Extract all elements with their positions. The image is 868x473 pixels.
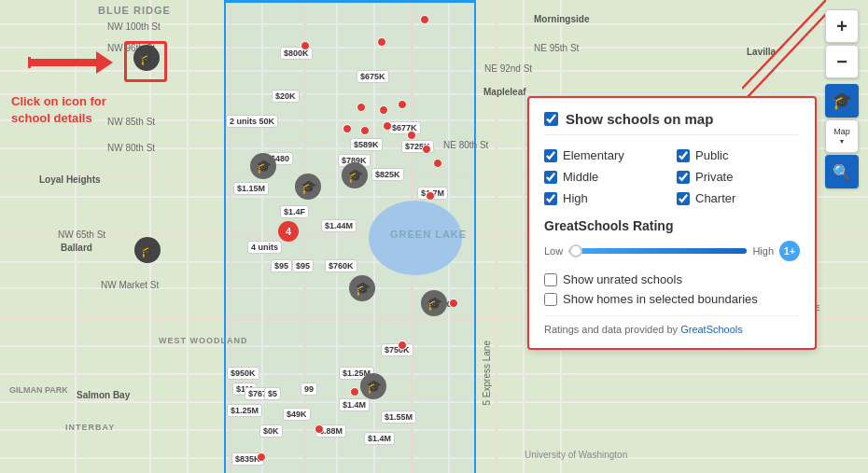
price-pin: $5	[264, 387, 281, 400]
school-marker[interactable]: 🎓	[342, 162, 368, 188]
unrated-checkbox[interactable]	[544, 273, 557, 286]
school-marker[interactable]: 🎓	[133, 45, 160, 71]
checkbox-elementary: Elementary	[544, 148, 667, 162]
schools-filter-panel: Show schools on map Elementary Public Mi…	[527, 96, 817, 350]
school-marker[interactable]: 🎓	[134, 237, 161, 263]
listing-dot[interactable]	[383, 121, 392, 131]
checkbox-private: Private	[677, 170, 800, 184]
middle-checkbox[interactable]	[544, 171, 557, 184]
rating-title: GreatSchools Rating	[544, 218, 800, 233]
arrow-annotation	[28, 51, 113, 74]
search-button[interactable]: 🔍	[825, 155, 859, 188]
listing-dot[interactable]	[407, 131, 416, 140]
cluster-marker[interactable]: 4	[278, 221, 299, 242]
rating-section: GreatSchools Rating Low High 1+	[544, 218, 800, 261]
zoom-controls: + −	[825, 9, 859, 78]
boundaries-checkbox[interactable]	[544, 293, 557, 306]
price-pin: $1.4F	[280, 205, 309, 218]
checkbox-high: High	[544, 191, 667, 205]
zoom-in-button[interactable]: +	[825, 9, 859, 43]
price-pin: 2 units 50K	[226, 115, 278, 128]
school-marker[interactable]: 🎓	[250, 153, 276, 179]
price-pin: $1.4M	[339, 398, 370, 411]
price-pin: $1.55M	[381, 410, 416, 424]
price-pin: $1.25M	[227, 404, 262, 417]
boundaries-row: Show homes in selected boundaries	[544, 292, 800, 306]
checkbox-charter: Charter	[677, 191, 800, 205]
price-pin: $950K	[227, 367, 259, 380]
price-pin: $825K	[371, 168, 404, 181]
side-buttons: 🎓 Map ▾ 🔍	[825, 84, 859, 188]
price-pin: $49K	[283, 408, 311, 421]
greatschools-link[interactable]: GreatSchools	[680, 324, 743, 335]
school-marker[interactable]: 🎓	[421, 290, 447, 316]
checkbox-middle: Middle	[544, 170, 667, 184]
price-pin: $675K	[357, 70, 389, 83]
public-checkbox[interactable]	[677, 149, 690, 162]
school-marker[interactable]: 🎓	[349, 275, 375, 301]
price-pin: $95	[292, 259, 314, 272]
panel-footer: Ratings and data provided by GreatSchool…	[544, 315, 800, 335]
rating-slider-row: Low High 1+	[544, 241, 800, 261]
price-pin: $0K	[259, 424, 283, 438]
charter-checkbox[interactable]	[677, 192, 690, 205]
price-pin: 99	[301, 383, 317, 396]
listing-dot[interactable]	[350, 387, 359, 396]
price-pin: $20K	[272, 90, 300, 103]
elementary-checkbox[interactable]	[544, 149, 557, 162]
school-marker[interactable]: 🎓	[295, 174, 321, 200]
rating-low-label: Low	[544, 245, 563, 257]
private-checkbox[interactable]	[677, 171, 690, 184]
listing-dot[interactable]	[377, 37, 386, 47]
show-schools-label[interactable]: Show schools on map	[566, 111, 713, 127]
listing-dot[interactable]	[315, 424, 324, 434]
listing-dot[interactable]	[426, 191, 435, 201]
price-pin: $1.15M	[233, 182, 269, 195]
listing-dot[interactable]	[360, 126, 370, 135]
school-type-grid: Elementary Public Middle Private High Ch…	[544, 148, 800, 205]
unrated-row: Show unrated schools	[544, 272, 800, 286]
listing-dot[interactable]	[357, 103, 366, 112]
listing-dot[interactable]	[257, 452, 266, 462]
unrated-label[interactable]: Show unrated schools	[563, 272, 682, 286]
listing-dot[interactable]	[449, 299, 458, 308]
zoom-out-button[interactable]: −	[825, 45, 859, 78]
listing-dot[interactable]	[301, 41, 310, 50]
boundaries-label[interactable]: Show homes in selected boundaries	[563, 292, 758, 306]
listing-dot[interactable]	[343, 124, 352, 133]
price-pin: $95	[271, 259, 292, 272]
listing-dot[interactable]	[420, 15, 429, 24]
rating-high-label: High	[752, 245, 774, 257]
footer-text: Ratings and data provided by	[544, 324, 680, 335]
price-pin: $589K	[350, 138, 383, 151]
checkbox-public: Public	[677, 148, 800, 162]
click-instruction: Click on icon for school details	[11, 93, 133, 127]
price-pin: $1.44M	[321, 219, 357, 232]
high-checkbox[interactable]	[544, 192, 557, 205]
map-type-button[interactable]: Map ▾	[825, 119, 859, 153]
listing-dot[interactable]	[398, 341, 407, 350]
rating-track[interactable]	[568, 248, 747, 254]
schools-filter-button[interactable]: 🎓	[825, 84, 859, 118]
price-pin: $760K	[325, 259, 357, 272]
show-schools-row: Show schools on map	[544, 111, 800, 135]
listing-dot[interactable]	[379, 105, 388, 115]
show-schools-checkbox[interactable]	[544, 112, 558, 126]
listing-dot[interactable]	[422, 145, 431, 154]
rating-badge: 1+	[779, 241, 800, 261]
listing-dot[interactable]	[398, 100, 407, 109]
price-pin: $1.4M	[364, 432, 395, 445]
listing-dot[interactable]	[433, 159, 442, 168]
bottom-checkboxes: Show unrated schools Show homes in selec…	[544, 272, 800, 306]
rating-thumb[interactable]	[569, 244, 582, 257]
price-pin: 4 units	[247, 241, 282, 254]
school-marker[interactable]: 🎓	[360, 373, 386, 399]
